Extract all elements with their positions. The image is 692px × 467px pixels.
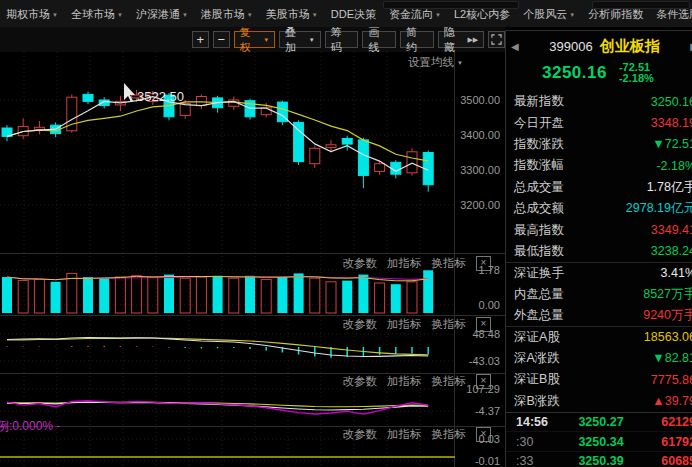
chart-panels[interactable]: 设置均线 ▼ 3522.50 例:0.000% - 改参数加指标换指标×改参数加…	[0, 52, 505, 467]
crosshair-price-label: 3522.50	[137, 89, 184, 104]
hide-button[interactable]: 隐藏 ▶▶	[438, 31, 484, 48]
caret-down-icon: ▼	[52, 12, 58, 18]
quote-row: 最高指数3349.41	[506, 219, 692, 240]
menu-item[interactable]: 全球市场▼	[71, 7, 123, 22]
quote-row-label: 最新指数	[514, 93, 564, 110]
zoom-out-button[interactable]: −	[213, 31, 230, 48]
indicator-button[interactable]: 改参数	[343, 256, 378, 271]
caret-down-icon: ▼	[309, 37, 315, 43]
menu-item[interactable]: 条件选股	[656, 7, 692, 22]
quote-row-label: 总成交量	[514, 179, 564, 196]
menu-item[interactable]: L2核心内参	[454, 7, 510, 22]
hide-label: 隐藏	[444, 25, 466, 55]
macd-layer	[7, 338, 428, 358]
quote-row-label: 深证B股	[514, 371, 560, 388]
menu-item-label: DDE决策	[331, 7, 376, 22]
quote-row: 深证A股18563.06	[506, 326, 692, 347]
indicator-button[interactable]: 加指标	[387, 256, 422, 271]
quote-row: 最新指数3250.16	[506, 91, 692, 112]
indicator-button[interactable]: 改参数	[343, 317, 378, 332]
window-tab-remnant	[383, 1, 519, 9]
fuquan-label: 复权	[240, 25, 262, 55]
quote-panel: ◀ 399006 创业板指 ▶ 3250.16 -72.51 -2.18% 最新…	[505, 30, 692, 467]
menu-item[interactable]: 分析师指数	[588, 7, 643, 22]
menu-item-label: 个股风云	[523, 7, 567, 22]
fuquan-button[interactable]: 复权 ▼	[234, 31, 276, 48]
menu-item[interactable]: 期权市场▼	[6, 7, 58, 22]
quote-row: 深证换手3.41%	[506, 262, 692, 283]
quote-title: 399006 创业板指	[549, 37, 659, 56]
quote-row-value: 3250.16	[651, 95, 692, 109]
indicator3-layer	[7, 401, 428, 414]
menu-item-label: 资金流向	[389, 7, 433, 22]
indicator-value-label: 例:0.000% -	[0, 418, 60, 435]
caret-down-icon: ▼	[569, 12, 575, 18]
menu-item[interactable]: 资金流向▼	[389, 7, 441, 22]
indicator-toolbar: 改参数加指标换指标×	[343, 427, 492, 442]
quote-row-value: 8527万手	[643, 286, 692, 303]
axis-tick-label: 3200.00	[460, 199, 500, 211]
axis-tick-label: 3500.00	[460, 94, 500, 106]
tick-price: 3250.27	[556, 415, 646, 429]
menu-item[interactable]: DDE决策	[331, 7, 376, 22]
fullscreen-icon	[491, 34, 502, 45]
quote-row: 深证B股7775.86	[506, 369, 692, 390]
window-tab-remnant	[592, 1, 690, 9]
indicator-button[interactable]: 加指标	[387, 427, 422, 442]
fullscreen-button[interactable]	[488, 31, 505, 48]
quote-row-value: -2.18%	[656, 159, 692, 173]
menu-item[interactable]: 美股市场▼	[266, 7, 318, 22]
quote-row-value: 9240万手	[643, 307, 692, 324]
indicator-button[interactable]: 换指标	[432, 427, 467, 442]
quote-row: 外盘总量9240万手	[506, 305, 692, 326]
axis-tick-label: 3400.00	[460, 129, 500, 141]
stock-code: 399006	[549, 39, 592, 54]
quote-row: 总成交量1.78亿手	[506, 177, 692, 198]
caret-down-icon: ▼	[247, 12, 253, 18]
ma-settings-button[interactable]: 设置均线 ▼	[408, 55, 463, 70]
indicator-button[interactable]: 改参数	[343, 427, 378, 442]
indicator-button[interactable]: 换指标	[432, 256, 467, 271]
quote-row-value: ▼72.51	[652, 137, 692, 151]
tick-volume: 60685	[646, 454, 692, 467]
tick-price: 3250.34	[556, 435, 646, 449]
chips-button[interactable]: 筹码	[325, 31, 359, 48]
quote-row-label: 总成交额	[514, 200, 564, 217]
indicator-button[interactable]: 换指标	[432, 317, 467, 332]
indicator-button[interactable]: 加指标	[387, 317, 422, 332]
quote-row-value: 3.41%	[661, 266, 692, 280]
quote-row-label: 深B涨跌	[514, 393, 560, 410]
axis-tick-label: 3300.00	[460, 164, 500, 176]
quote-row-value: 1.78亿手	[647, 179, 692, 196]
quote-row: 今日开盘3348.19	[506, 112, 692, 133]
indicator-button[interactable]: 加指标	[387, 374, 422, 389]
menu-item[interactable]: 沪深港通▼	[136, 7, 188, 22]
tick-row: :303250.3461792	[506, 432, 692, 451]
menu-item[interactable]: 港股市场▼	[201, 7, 253, 22]
axis-tick-label: -43.03	[469, 355, 500, 367]
zoom-in-button[interactable]: +	[192, 31, 209, 48]
menu-item[interactable]: 个股风云▼	[523, 7, 575, 22]
tick-price: 3250.39	[556, 454, 646, 467]
tick-volume: 62129	[646, 415, 692, 429]
indicator-button[interactable]: 换指标	[432, 374, 467, 389]
quote-row-label: 最低指数	[514, 243, 564, 260]
quote-row-value: ▼82.81	[652, 351, 692, 365]
quote-row: 最低指数3238.24	[506, 241, 692, 262]
price-change: -72.51 -2.18%	[619, 62, 654, 84]
indicator-toolbar: 改参数加指标换指标×	[343, 256, 492, 271]
draw-line-button[interactable]: 画线	[362, 31, 396, 48]
indicator-toolbar: 改参数加指标换指标×	[343, 317, 492, 332]
axis-tick-label: 1.78	[479, 264, 500, 276]
prev-stock-arrow[interactable]: ◀	[511, 41, 519, 52]
overlay-button[interactable]: 叠加 ▼	[279, 31, 321, 48]
simple-mode-button[interactable]: 简约	[400, 31, 434, 48]
quote-row: 深A涨跌▼82.81	[506, 348, 692, 369]
quote-row-value: 7775.86	[651, 373, 692, 387]
last-price: 3250.16	[542, 63, 607, 83]
quote-row-value: 3238.24	[651, 244, 692, 258]
axis-tick-label: 107.29	[466, 383, 500, 395]
trading-terminal-window: 期权市场▼全球市场▼沪深港通▼港股市场▼美股市场▼DDE决策资金流向▼L2核心内…	[0, 0, 692, 467]
candlestick-layer	[2, 90, 433, 192]
indicator-button[interactable]: 改参数	[343, 374, 378, 389]
